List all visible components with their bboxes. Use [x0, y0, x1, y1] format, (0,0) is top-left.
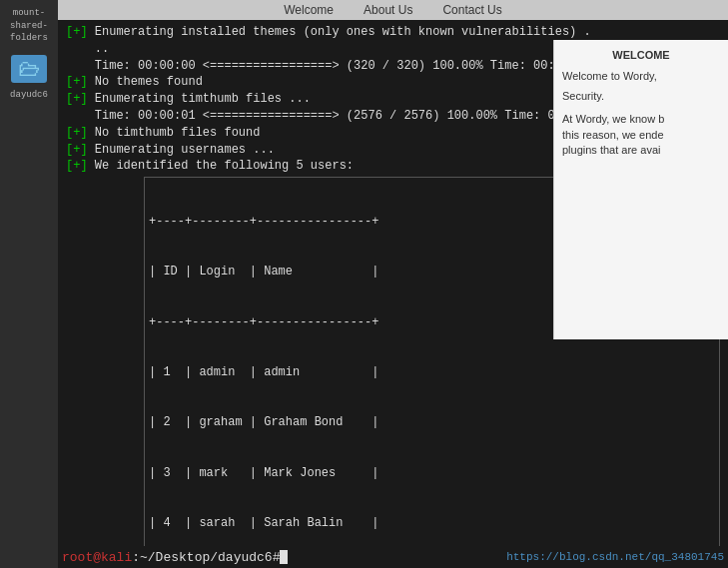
- line-text-1: Enumerating installed themes (only ones …: [88, 24, 591, 41]
- table-row-4: | 4 | sarah | Sarah Balin |: [149, 515, 715, 532]
- welcome-text4: this reason, we ende: [562, 128, 720, 143]
- line-text-4: No themes found: [88, 74, 203, 91]
- table-row-1: | 1 | admin | admin |: [149, 364, 715, 381]
- sidebar-label-mount: mount-shared-folders: [10, 8, 48, 43]
- nav-about[interactable]: About Us: [364, 3, 412, 17]
- prefix-plus-7: [+]: [66, 125, 88, 142]
- welcome-text5: plugins that are avai: [562, 143, 720, 158]
- table-row-3: | 3 | mark | Mark Jones |: [149, 465, 715, 482]
- folder-icon: 🗁: [18, 56, 40, 83]
- prompt-user-host: root@kali: [62, 550, 132, 565]
- prompt-symbol: #: [273, 550, 281, 565]
- bottom-bar: root@kali :~/Desktop/dayudc6 # https://b…: [58, 546, 728, 568]
- nav-contact[interactable]: Contact Us: [442, 3, 501, 17]
- prefix-plus-1: [+]: [66, 24, 88, 41]
- line-text-2: ..: [66, 41, 109, 58]
- sidebar: mount-shared-folders 🗁 dayudc6: [0, 0, 58, 568]
- table-row-2: | 2 | graham | Graham Bond |: [149, 414, 715, 431]
- line-text-6: Time: 00:00:01 <=================> (2576…: [66, 108, 605, 125]
- prompt-path: :~/Desktop/dayudc6: [132, 550, 272, 565]
- line-text-3: Time: 00:00:00 <=================> (320 …: [66, 58, 591, 75]
- sidebar-icon-folder[interactable]: 🗁: [11, 55, 47, 83]
- browser-nav: Welcome About Us Contact Us: [68, 3, 718, 17]
- nav-welcome[interactable]: Welcome: [284, 3, 334, 17]
- line-text-7: No timthumb files found: [88, 125, 261, 142]
- terminal-cursor: [280, 550, 288, 564]
- prompt-line: root@kali :~/Desktop/dayudc6 #: [62, 550, 506, 565]
- prefix-plus-9: [+]: [66, 158, 88, 175]
- terminal-content: WELCOME Welcome to Wordy, Security. At W…: [58, 20, 728, 546]
- bottom-url: https://blog.csdn.net/qq_34801745: [506, 551, 724, 563]
- sidebar-label-dayudc6: dayudc6: [10, 90, 48, 100]
- prefix-plus-4: [+]: [66, 74, 88, 91]
- welcome-text1: Welcome to Wordy,: [562, 69, 720, 84]
- line-text-5: Enumerating timthumb files ...: [88, 91, 311, 108]
- term-line-1: [+] Enumerating installed themes (only o…: [66, 24, 720, 41]
- right-panel: WELCOME Welcome to Wordy, Security. At W…: [553, 40, 728, 339]
- welcome-text3: At Wordy, we know b: [562, 112, 720, 127]
- prefix-plus-8: [+]: [66, 142, 88, 159]
- sidebar-item-dayudc6: dayudc6: [0, 87, 58, 102]
- sidebar-item-mount: mount-shared-folders: [0, 5, 58, 47]
- welcome-heading: WELCOME: [562, 48, 720, 63]
- welcome-text2: Security.: [562, 89, 720, 104]
- line-text-8: Enumerating usernames ...: [88, 142, 275, 159]
- prefix-plus-5: [+]: [66, 91, 88, 108]
- terminal-window: Welcome About Us Contact Us WELCOME Welc…: [58, 0, 728, 568]
- browser-bar: Welcome About Us Contact Us: [58, 0, 728, 20]
- line-text-9: We identified the following 5 users:: [88, 158, 354, 175]
